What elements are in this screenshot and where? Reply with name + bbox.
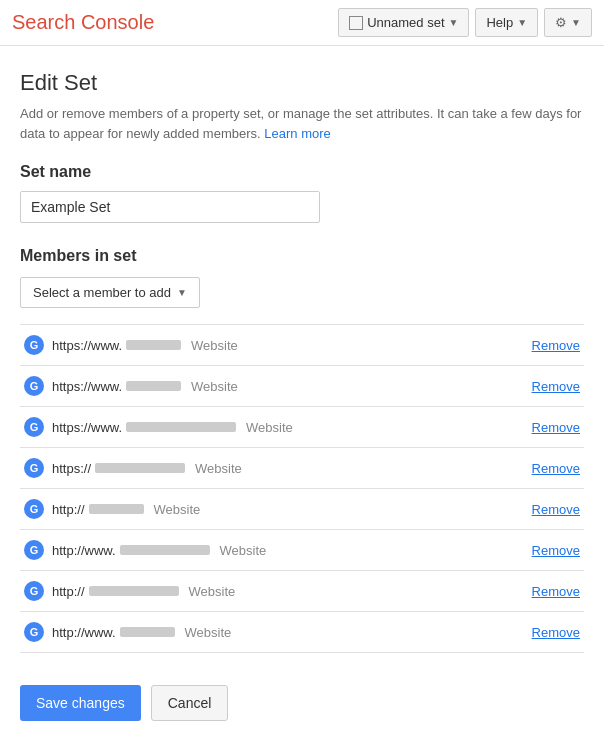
url-protocol: http:// xyxy=(52,502,85,517)
help-label: Help xyxy=(486,15,513,30)
remove-button[interactable]: Remove xyxy=(532,584,580,599)
url-protocol: http:// xyxy=(52,584,85,599)
url-protocol: https://www. xyxy=(52,338,122,353)
app-title: Search Console xyxy=(12,11,338,34)
url-protocol: https://www. xyxy=(52,379,122,394)
footer-buttons: Save changes Cancel xyxy=(20,677,584,721)
member-type: Website xyxy=(191,338,238,353)
member-type: Website xyxy=(154,502,201,517)
url-protocol: http://www. xyxy=(52,625,116,640)
learn-more-link[interactable]: Learn more xyxy=(264,126,330,141)
gear-icon: ⚙ xyxy=(555,15,567,30)
url-blurred xyxy=(120,545,210,555)
table-row: G https:// Website Remove xyxy=(20,448,584,489)
set-name-input[interactable] xyxy=(20,191,320,223)
member-type: Website xyxy=(246,420,293,435)
set-name-section-title: Set name xyxy=(20,163,584,181)
member-type: Website xyxy=(189,584,236,599)
help-button[interactable]: Help ▼ xyxy=(475,8,538,37)
url-blurred xyxy=(126,422,236,432)
set-label: Unnamed set xyxy=(367,15,444,30)
member-type: Website xyxy=(195,461,242,476)
remove-button[interactable]: Remove xyxy=(532,420,580,435)
members-section-title: Members in set xyxy=(20,247,584,265)
gear-dropdown-arrow: ▼ xyxy=(571,17,581,28)
url-protocol: https://www. xyxy=(52,420,122,435)
member-url: http:// Website xyxy=(52,584,532,599)
add-member-label: Select a member to add xyxy=(33,285,171,300)
google-icon: G xyxy=(24,499,44,519)
table-row: G http://www. Website Remove xyxy=(20,612,584,653)
main-content: Edit Set Add or remove members of a prop… xyxy=(0,46,604,737)
members-list: G https://www. Website Remove G https://… xyxy=(20,324,584,653)
google-icon: G xyxy=(24,417,44,437)
settings-button[interactable]: ⚙ ▼ xyxy=(544,8,592,37)
table-row: G https://www. Website Remove xyxy=(20,325,584,366)
member-url: https://www. Website xyxy=(52,379,532,394)
remove-button[interactable]: Remove xyxy=(532,502,580,517)
google-icon: G xyxy=(24,581,44,601)
google-icon: G xyxy=(24,335,44,355)
add-member-dropdown-arrow: ▼ xyxy=(177,287,187,298)
remove-button[interactable]: Remove xyxy=(532,379,580,394)
page-description: Add or remove members of a property set,… xyxy=(20,104,584,143)
add-member-button[interactable]: Select a member to add ▼ xyxy=(20,277,200,308)
help-dropdown-arrow: ▼ xyxy=(517,17,527,28)
set-icon xyxy=(349,16,363,30)
table-row: G http:// Website Remove xyxy=(20,489,584,530)
save-button[interactable]: Save changes xyxy=(20,685,141,721)
google-icon: G xyxy=(24,458,44,478)
member-type: Website xyxy=(185,625,232,640)
cancel-button[interactable]: Cancel xyxy=(151,685,229,721)
url-blurred xyxy=(120,627,175,637)
remove-button[interactable]: Remove xyxy=(532,625,580,640)
member-url: http://www. Website xyxy=(52,625,532,640)
header: Search Console Unnamed set ▼ Help ▼ ⚙ ▼ xyxy=(0,0,604,46)
table-row: G https://www. Website Remove xyxy=(20,407,584,448)
table-row: G https://www. Website Remove xyxy=(20,366,584,407)
unnamed-set-button[interactable]: Unnamed set ▼ xyxy=(338,8,469,37)
member-url: https://www. Website xyxy=(52,420,532,435)
table-row: G http:// Website Remove xyxy=(20,571,584,612)
google-icon: G xyxy=(24,376,44,396)
remove-button[interactable]: Remove xyxy=(532,461,580,476)
url-blurred xyxy=(95,463,185,473)
remove-button[interactable]: Remove xyxy=(532,543,580,558)
header-controls: Unnamed set ▼ Help ▼ ⚙ ▼ xyxy=(338,8,592,37)
set-dropdown-arrow: ▼ xyxy=(449,17,459,28)
member-url: https:// Website xyxy=(52,461,532,476)
url-blurred xyxy=(89,504,144,514)
google-icon: G xyxy=(24,622,44,642)
url-blurred xyxy=(89,586,179,596)
member-url: http:// Website xyxy=(52,502,532,517)
page-title: Edit Set xyxy=(20,70,584,96)
member-url: https://www. Website xyxy=(52,338,532,353)
remove-button[interactable]: Remove xyxy=(532,338,580,353)
table-row: G http://www. Website Remove xyxy=(20,530,584,571)
member-type: Website xyxy=(191,379,238,394)
url-blurred xyxy=(126,381,181,391)
url-blurred xyxy=(126,340,181,350)
url-protocol: https:// xyxy=(52,461,91,476)
member-type: Website xyxy=(220,543,267,558)
member-url: http://www. Website xyxy=(52,543,532,558)
google-icon: G xyxy=(24,540,44,560)
url-protocol: http://www. xyxy=(52,543,116,558)
